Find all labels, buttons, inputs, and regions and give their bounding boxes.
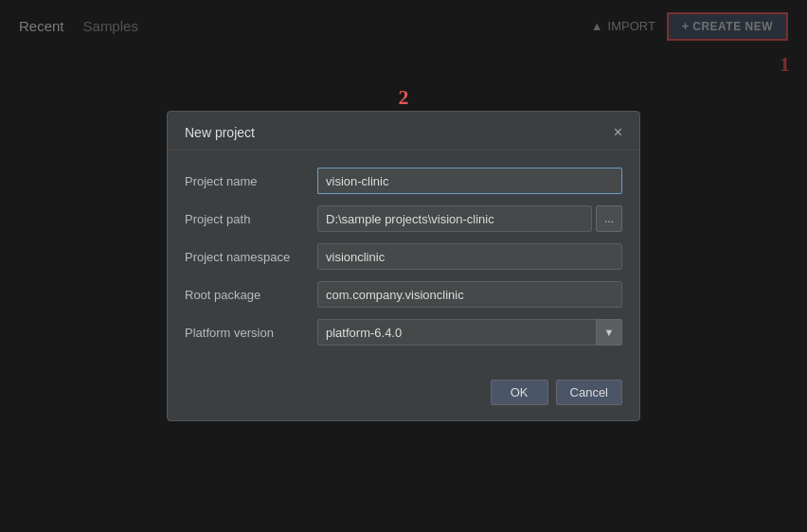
project-path-wrapper: ... — [317, 205, 622, 232]
new-project-dialog: 2 New project × Project name Project pat… — [167, 111, 640, 421]
project-name-row: Project name — [185, 168, 622, 194]
dialog-header: New project × — [168, 112, 639, 151]
project-namespace-input[interactable] — [317, 243, 622, 270]
project-path-row: Project path ... — [185, 205, 622, 232]
cancel-button[interactable]: Cancel — [556, 380, 622, 405]
root-package-input[interactable] — [317, 281, 622, 308]
dialog-close-button[interactable]: × — [614, 125, 622, 140]
dialog-title: New project — [185, 125, 255, 140]
root-package-label: Root package — [185, 288, 317, 302]
project-path-label: Project path — [185, 212, 317, 226]
project-path-input[interactable] — [317, 205, 592, 232]
platform-version-wrapper: platform-6.4.0 platform-6.3.0 platform-6… — [317, 319, 622, 346]
browse-button[interactable]: ... — [596, 205, 622, 232]
root-package-row: Root package — [185, 281, 622, 308]
project-namespace-label: Project namespace — [185, 250, 317, 264]
platform-version-row: Platform version platform-6.4.0 platform… — [185, 319, 622, 346]
project-name-wrapper — [317, 168, 622, 194]
project-namespace-row: Project namespace — [185, 243, 622, 270]
platform-version-select[interactable]: platform-6.4.0 platform-6.3.0 platform-6… — [317, 319, 622, 346]
dialog-footer: OK Cancel — [168, 372, 639, 420]
project-name-label: Project name — [185, 174, 317, 188]
dialog-overlay: 2 New project × Project name Project pat… — [0, 0, 807, 532]
platform-version-label: Platform version — [185, 326, 317, 340]
project-name-extra-input[interactable] — [431, 168, 622, 194]
dialog-body: Project name Project path ... Project na… — [168, 151, 639, 372]
project-name-input[interactable] — [317, 168, 431, 194]
annotation-badge-2: 2 — [399, 85, 409, 110]
ok-button[interactable]: OK — [491, 380, 548, 405]
